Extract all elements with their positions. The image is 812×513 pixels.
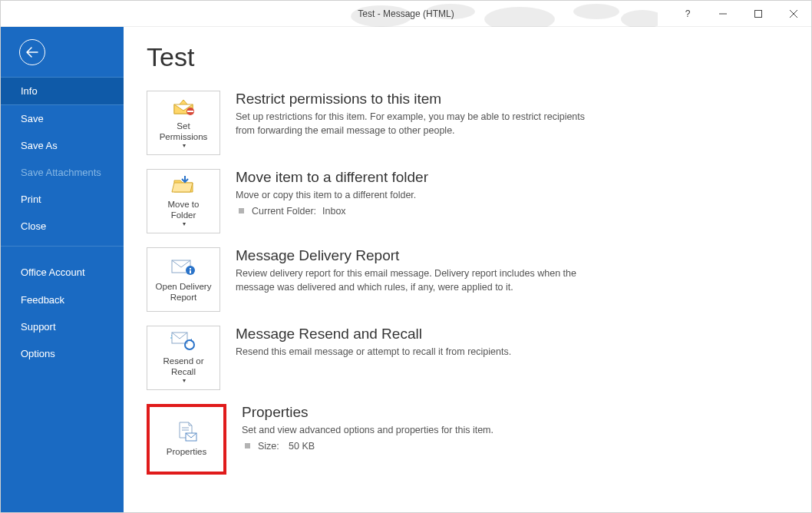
sidebar-item-label: Options: [21, 348, 55, 359]
section-description: Set and view advanced options and proper…: [242, 424, 595, 438]
section-properties: Properties Properties Set and view advan…: [147, 404, 788, 475]
arrow-left-icon: [26, 47, 38, 58]
section-heading: Properties: [242, 404, 788, 421]
chevron-down-icon: ▾: [183, 220, 186, 228]
svg-rect-6: [755, 11, 762, 18]
svg-rect-16: [190, 268, 191, 270]
document-properties-icon: [175, 421, 198, 442]
current-folder-row: Current Folder: Inbox: [236, 206, 788, 217]
main-content: Test Set Permissions▾ Restrict permissio…: [124, 27, 811, 512]
sidebar-item-label: Save: [21, 113, 44, 124]
folder-move-icon: [171, 174, 196, 194]
maximize-button[interactable]: [741, 1, 776, 27]
set-permissions-button[interactable]: Set Permissions▾: [147, 91, 220, 155]
section-heading: Message Resend and Recall: [236, 326, 788, 343]
meta-value: Inbox: [322, 206, 346, 217]
open-delivery-report-button[interactable]: Open Delivery Report: [147, 247, 220, 312]
help-button[interactable]: ?: [670, 1, 705, 27]
svg-point-4: [621, 10, 658, 27]
envelope-restrict-icon: [171, 97, 196, 115]
back-button[interactable]: [19, 39, 45, 65]
close-button[interactable]: [776, 1, 811, 27]
tile-label: Resend or Recall: [163, 356, 203, 378]
sidebar-divider: [1, 246, 124, 247]
properties-button[interactable]: Properties: [147, 404, 226, 475]
section-description: Resend this email message or attempt to …: [236, 346, 589, 359]
sidebar-item-save-as[interactable]: Save As: [1, 132, 124, 159]
page-title: Test: [147, 42, 788, 72]
svg-rect-17: [190, 270, 191, 273]
sidebar-item-support[interactable]: Support: [1, 313, 124, 340]
sidebar-item-save[interactable]: Save: [1, 105, 124, 132]
minimize-button[interactable]: [705, 1, 741, 27]
sidebar-item-feedback[interactable]: Feedback: [1, 286, 124, 313]
svg-point-3: [573, 4, 619, 19]
sidebar-item-label: Close: [21, 220, 46, 232]
sidebar-item-info[interactable]: Info: [1, 77, 124, 105]
sidebar-item-label: Feedback: [21, 294, 64, 306]
sidebar-item-label: Office Account: [21, 266, 85, 278]
sidebar-item-label: Info: [21, 85, 38, 97]
meta-label: Size:: [258, 441, 289, 452]
svg-point-19: [185, 340, 194, 349]
bullet-icon: [245, 443, 250, 448]
section-resend-recall: Resend or Recall▾ Message Resend and Rec…: [147, 326, 788, 390]
envelope-refresh-icon: [170, 331, 196, 351]
tile-label: Set Permissions: [160, 121, 208, 143]
svg-rect-13: [187, 111, 193, 112]
tile-label: Open Delivery Report: [156, 282, 212, 303]
sidebar-item-label: Print: [21, 194, 41, 205]
bullet-icon: [239, 208, 244, 213]
title-bar: Test - Message (HTML) ?: [1, 1, 811, 27]
sidebar-item-label: Support: [21, 321, 56, 333]
section-heading: Message Delivery Report: [236, 247, 788, 264]
move-to-folder-button[interactable]: Move to Folder▾: [147, 169, 220, 233]
tile-label: Move to Folder: [168, 200, 200, 221]
window-title: Test - Message (HTML): [358, 8, 454, 19]
section-description: Review delivery report for this email me…: [236, 267, 589, 294]
section-restrict-permissions: Set Permissions▾ Restrict permissions to…: [147, 91, 788, 155]
envelope-info-icon: [170, 257, 196, 276]
tile-label: Properties: [167, 447, 206, 458]
sidebar-item-print[interactable]: Print: [1, 186, 124, 213]
svg-point-2: [484, 7, 555, 27]
meta-value: 50 KB: [289, 441, 315, 452]
sidebar-item-label: Save Attachments: [21, 167, 101, 178]
section-description: Move or copy this item to a different fo…: [236, 189, 589, 203]
backstage-sidebar: Info Save Save As Save Attachments Print…: [1, 27, 124, 512]
chevron-down-icon: ▾: [183, 377, 186, 385]
chevron-down-icon: ▾: [183, 142, 186, 150]
section-move-item: Move to Folder▾ Move item to a different…: [147, 169, 788, 233]
section-heading: Move item to a different folder: [236, 169, 788, 186]
resend-or-recall-button[interactable]: Resend or Recall▾: [147, 326, 220, 390]
section-heading: Restrict permissions to this item: [236, 91, 788, 108]
section-delivery-report: Open Delivery Report Message Delivery Re…: [147, 247, 788, 312]
sidebar-item-options[interactable]: Options: [1, 340, 124, 367]
window-controls: ?: [670, 1, 811, 27]
sidebar-item-label: Save As: [21, 140, 58, 151]
section-description: Set up restrictions for this item. For e…: [236, 111, 589, 137]
sidebar-item-office-account[interactable]: Office Account: [1, 259, 124, 286]
size-row: Size: 50 KB: [242, 441, 788, 452]
meta-label: Current Folder:: [252, 206, 322, 217]
sidebar-item-save-attachments: Save Attachments: [1, 159, 124, 186]
sidebar-item-close[interactable]: Close: [1, 213, 124, 240]
